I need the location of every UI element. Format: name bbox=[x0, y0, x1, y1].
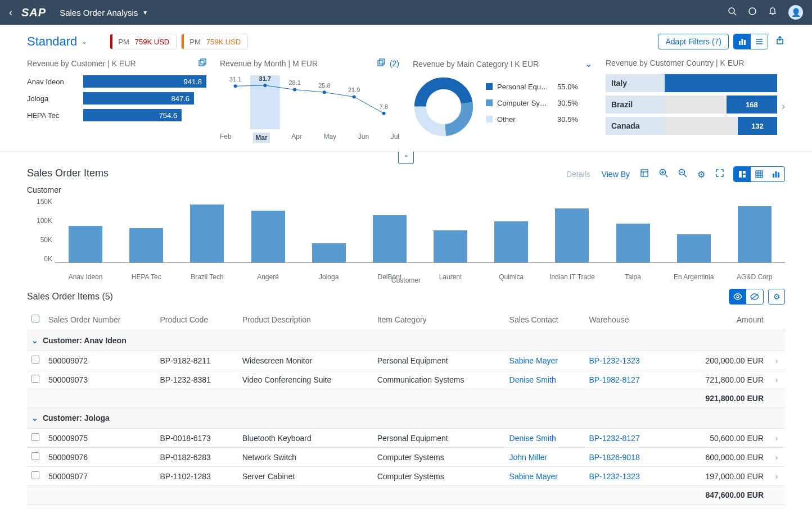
sales-contact-link[interactable]: Sabine Mayer bbox=[509, 356, 558, 365]
card-title: Revenue by Customer | K EUR bbox=[27, 59, 136, 68]
row-nav-icon[interactable]: › bbox=[768, 351, 785, 370]
row-checkbox[interactable] bbox=[31, 433, 39, 441]
details-link[interactable]: Details bbox=[566, 170, 590, 179]
svg-rect-44 bbox=[756, 171, 763, 178]
sales-contact-link[interactable]: John Miller bbox=[509, 453, 548, 462]
column-header[interactable]: Item Category bbox=[373, 309, 505, 330]
x-tick-label: Feb bbox=[220, 133, 232, 143]
row-nav-icon[interactable]: › bbox=[768, 370, 785, 389]
drill-icon[interactable] bbox=[640, 169, 649, 180]
notification-icon[interactable] bbox=[768, 7, 777, 18]
column-header[interactable]: Warehouse bbox=[584, 309, 666, 330]
app-title-dropdown[interactable]: Sales Order Analysis ▼ bbox=[60, 8, 148, 17]
svg-rect-49 bbox=[773, 174, 774, 178]
popout-icon[interactable] bbox=[377, 58, 385, 69]
chart-subtitle: Customer bbox=[27, 185, 785, 194]
subtotal-value: 847,600.00 EUR bbox=[667, 486, 768, 505]
fullscreen-icon[interactable] bbox=[715, 169, 724, 180]
kpi-chip[interactable]: PM759K USD bbox=[181, 34, 248, 49]
chart-bar[interactable] bbox=[373, 215, 407, 262]
viewby-link[interactable]: View By bbox=[602, 170, 630, 179]
column-header[interactable]: Amount bbox=[667, 309, 768, 330]
row-checkbox[interactable] bbox=[31, 356, 39, 363]
legend-name: Computer Sy… bbox=[497, 99, 548, 107]
row-checkbox[interactable] bbox=[31, 375, 39, 383]
x-tick-label: Jologa bbox=[299, 273, 359, 281]
select-all-checkbox[interactable] bbox=[31, 315, 39, 322]
chart-bar[interactable] bbox=[738, 206, 772, 262]
sales-contact-link[interactable]: Sabine Mayer bbox=[509, 472, 558, 481]
visibility-toggle bbox=[729, 289, 764, 305]
chart-bar[interactable] bbox=[129, 228, 163, 262]
share-icon[interactable] bbox=[776, 36, 785, 48]
zoom-in-icon[interactable] bbox=[659, 169, 668, 180]
cell-ic: Personal Equipment bbox=[373, 429, 505, 448]
chart-bar[interactable] bbox=[434, 230, 467, 263]
chevron-right-icon[interactable]: › bbox=[782, 101, 785, 112]
group-header-row[interactable]: ⌄ Customer: Jologa bbox=[27, 408, 785, 429]
warehouse-link[interactable]: BP-1826-9018 bbox=[589, 453, 639, 462]
chart-bar[interactable] bbox=[677, 234, 711, 262]
column-header[interactable]: Product Description bbox=[238, 309, 373, 330]
cell-so: 500009076 bbox=[44, 448, 156, 467]
combined-view-button[interactable] bbox=[734, 167, 751, 181]
column-header[interactable]: Sales Contact bbox=[505, 309, 585, 330]
user-avatar[interactable]: 👤 bbox=[788, 5, 803, 20]
row-nav-icon[interactable]: › bbox=[768, 429, 785, 448]
chevron-down-icon: ▼ bbox=[142, 10, 148, 16]
chart-bar[interactable] bbox=[616, 224, 650, 262]
popout-icon[interactable] bbox=[199, 58, 206, 69]
chart-only-button[interactable] bbox=[768, 167, 784, 181]
card-link-count[interactable]: (2) bbox=[390, 59, 399, 68]
row-checkbox[interactable] bbox=[31, 471, 39, 479]
collapse-header-button[interactable]: ⌃ bbox=[398, 152, 414, 164]
sales-contact-link[interactable]: Denise Smith bbox=[509, 375, 556, 384]
sales-contact-link[interactable]: Denise Smith bbox=[509, 434, 556, 443]
gear-icon[interactable]: ⚙ bbox=[697, 169, 705, 180]
chart-bar[interactable] bbox=[494, 221, 528, 262]
legend-row: Computer Sy…30.5% bbox=[486, 99, 578, 107]
back-icon[interactable]: ‹ bbox=[9, 7, 12, 19]
warehouse-link[interactable]: BP-1232-1323 bbox=[589, 356, 639, 365]
cell-so: 500009075 bbox=[44, 429, 156, 448]
row-nav-icon[interactable]: › bbox=[768, 448, 785, 467]
chart-bar[interactable] bbox=[190, 204, 224, 263]
group-header-row[interactable]: ⌄ Customer: Anav Ideon bbox=[27, 330, 785, 351]
adapt-filters-button[interactable]: Adapt Filters (7) bbox=[658, 34, 729, 49]
svg-text:21.9: 21.9 bbox=[348, 87, 360, 93]
cell-pd: Video Conferencing Suite bbox=[238, 370, 373, 389]
column-header[interactable]: Sales Order Number bbox=[44, 309, 156, 330]
table-settings-button[interactable]: ⚙ bbox=[768, 289, 785, 305]
zoom-out-icon[interactable] bbox=[678, 169, 687, 180]
x-tick-label: Quimica bbox=[481, 273, 542, 281]
column-header[interactable]: Product Code bbox=[156, 309, 238, 330]
sales-order-table: Sales Order NumberProduct CodeProduct De… bbox=[27, 309, 785, 509]
x-tick-label: Apr bbox=[291, 133, 302, 143]
donut-chart bbox=[413, 76, 475, 138]
chart-bar[interactable] bbox=[312, 243, 346, 263]
chart-bar[interactable] bbox=[69, 226, 102, 262]
list-view-toggle[interactable] bbox=[751, 34, 768, 49]
chart-view-toggle[interactable] bbox=[734, 34, 751, 49]
warehouse-link[interactable]: BP-1982-8127 bbox=[589, 375, 639, 384]
show-button[interactable] bbox=[729, 289, 746, 304]
chevron-down-icon[interactable]: ⌄ bbox=[585, 58, 592, 69]
search-icon[interactable] bbox=[728, 7, 737, 18]
warehouse-link[interactable]: BP-1232-8127 bbox=[589, 434, 639, 443]
card-title: Revenue by Main Category I K EUR bbox=[413, 60, 539, 69]
hbar-label: Jologa bbox=[27, 94, 83, 103]
row-checkbox[interactable] bbox=[31, 452, 39, 460]
cell-amount: 721,800.00 EUR bbox=[667, 370, 768, 389]
chart-bar[interactable] bbox=[555, 208, 589, 262]
hide-button[interactable] bbox=[746, 289, 763, 304]
copilot-icon[interactable] bbox=[748, 7, 757, 18]
hbar-bar: 754.6 bbox=[83, 109, 182, 121]
table-view-button[interactable] bbox=[751, 167, 768, 181]
kpi-chip[interactable]: PM759K USD bbox=[110, 34, 177, 49]
hbar-label: HEPA Tec bbox=[27, 111, 83, 120]
variant-selector[interactable]: Standard ⌄ bbox=[27, 34, 87, 49]
row-nav-icon[interactable]: › bbox=[768, 467, 785, 486]
warehouse-link[interactable]: BP-1232-1323 bbox=[589, 472, 639, 481]
cell-amount: 50,600.00 EUR bbox=[667, 429, 768, 448]
chart-bar[interactable] bbox=[251, 211, 285, 262]
